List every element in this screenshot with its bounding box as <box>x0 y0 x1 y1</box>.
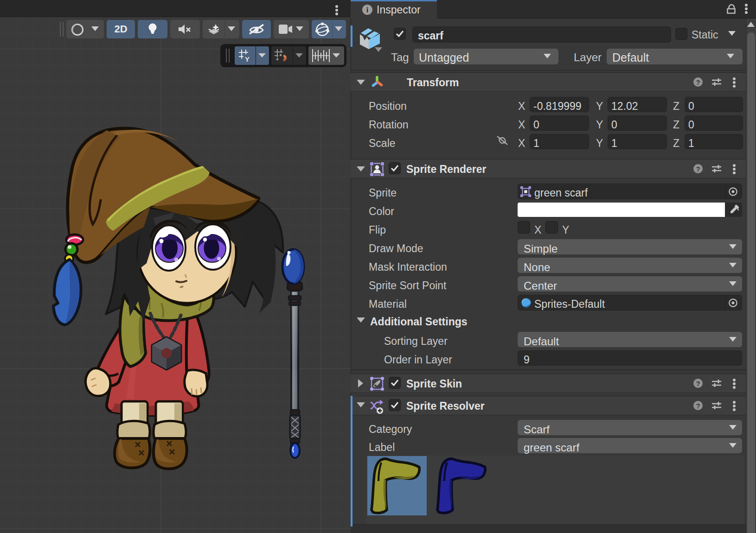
svg-text:Y: Y <box>245 55 250 63</box>
